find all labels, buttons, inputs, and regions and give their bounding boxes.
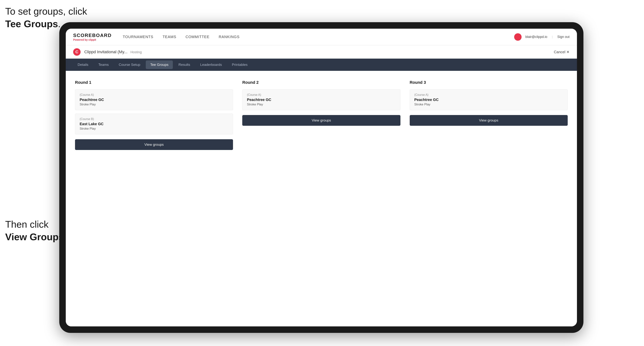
round-1-course-b-label: (Course B) <box>80 117 228 121</box>
instruction-top-bold: Tee Groups <box>5 18 58 29</box>
round-2-course-a-name: Peachtree GC <box>247 98 396 102</box>
logo-sub-prefix: Powered by <box>73 38 88 41</box>
round-3-course-a-name: Peachtree GC <box>414 98 563 102</box>
round-2-course-a-card: (Course A) Peachtree GC Stroke Play <box>242 89 400 110</box>
round-3-column: Round 3 (Course A) Peachtree GC Stroke P… <box>410 80 568 150</box>
round-1-course-a-name: Peachtree GC <box>80 98 228 102</box>
logo-text: SCOREBOARD <box>73 32 112 38</box>
instruction-bottom-bold: View Groups <box>5 231 64 242</box>
logo-sub: Powered by clippit <box>73 38 112 41</box>
nav-rankings[interactable]: RANKINGS <box>219 35 240 39</box>
instruction-bottom-line1: Then click <box>5 218 66 231</box>
round-1-course-b-card: (Course B) East Lake GC Stroke Play <box>75 114 233 135</box>
round-1-course-b-name: East Lake GC <box>80 122 228 126</box>
round-3-title: Round 3 <box>410 80 568 85</box>
sign-out-link[interactable]: Sign out <box>557 35 570 39</box>
round-2-title: Round 2 <box>242 80 400 85</box>
logo-brand: clippit <box>88 38 96 41</box>
hosting-label: Hosting <box>130 50 142 54</box>
rounds-container: Round 1 (Course A) Peachtree GC Stroke P… <box>75 80 568 150</box>
nav-items: TOURNAMENTS TEAMS COMMITTEE RANKINGS <box>123 35 514 39</box>
round-1-course-a-format: Stroke Play <box>80 103 228 106</box>
tablet-screen: SCOREBOARD Powered by clippit TOURNAMENT… <box>66 29 577 326</box>
round-2-column: Round 2 (Course A) Peachtree GC Stroke P… <box>242 80 400 150</box>
nav-right: blair@clippd.io | Sign out <box>514 33 570 41</box>
round-1-column: Round 1 (Course A) Peachtree GC Stroke P… <box>75 80 233 150</box>
round-1-course-b-format: Stroke Play <box>80 127 228 131</box>
round-1-title: Round 1 <box>75 80 233 85</box>
tab-leaderboards[interactable]: Leaderboards <box>196 60 226 69</box>
separator: | <box>552 35 553 39</box>
round-1-course-a-label: (Course A) <box>80 93 228 97</box>
round-1-course-a-card: (Course A) Peachtree GC Stroke Play <box>75 89 233 110</box>
round-3-course-a-card: (Course A) Peachtree GC Stroke Play <box>410 89 568 110</box>
main-content: Round 1 (Course A) Peachtree GC Stroke P… <box>66 71 577 326</box>
tournament-logo: C <box>73 48 80 56</box>
logo-area: SCOREBOARD Powered by clippit <box>73 32 112 41</box>
nav-teams[interactable]: TEAMS <box>162 35 176 39</box>
user-email: blair@clippd.io <box>525 35 547 39</box>
tab-course-setup[interactable]: Course Setup <box>114 60 145 69</box>
round-1-view-groups-button[interactable]: View groups <box>75 139 233 150</box>
nav-committee[interactable]: COMMITTEE <box>186 35 210 39</box>
tab-printables[interactable]: Printables <box>228 60 252 69</box>
avatar <box>514 33 522 41</box>
tab-bar: Details Teams Course Setup Tee Groups Re… <box>66 59 577 71</box>
tablet-device: SCOREBOARD Powered by clippit TOURNAMENT… <box>59 22 584 333</box>
instruction-top-line1: To set groups, click <box>5 5 87 18</box>
round-2-course-a-format: Stroke Play <box>247 103 396 106</box>
round-3-view-groups-button[interactable]: View groups <box>410 115 568 126</box>
tab-teams[interactable]: Teams <box>94 60 113 69</box>
tab-results[interactable]: Results <box>174 60 194 69</box>
cancel-button[interactable]: Cancel ✕ <box>554 50 570 54</box>
tab-tee-groups[interactable]: Tee Groups <box>146 60 173 69</box>
round-3-course-a-label: (Course A) <box>414 93 563 97</box>
instruction-bottom: Then click View Groups. <box>5 218 66 243</box>
round-3-course-a-format: Stroke Play <box>414 103 563 106</box>
tournament-bar: C Clippd Invitational (My... Hosting Can… <box>66 45 577 59</box>
tournament-name: Clippd Invitational (My... Hosting <box>84 50 554 54</box>
tab-details[interactable]: Details <box>73 60 93 69</box>
round-2-view-groups-button[interactable]: View groups <box>242 115 400 126</box>
top-nav: SCOREBOARD Powered by clippit TOURNAMENT… <box>66 29 577 45</box>
nav-tournaments[interactable]: TOURNAMENTS <box>123 35 153 39</box>
round-2-course-a-label: (Course A) <box>247 93 396 97</box>
